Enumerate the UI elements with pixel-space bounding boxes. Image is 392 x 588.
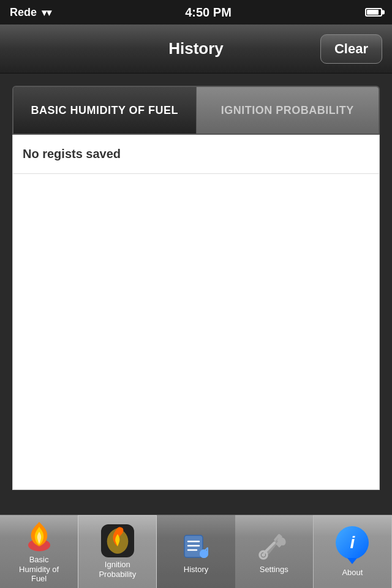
tabbar-item-basic-humidity[interactable]: Basic Humidity of Fuel [0,515,78,589]
ignition-icon [101,524,134,557]
clear-button[interactable]: Clear [320,34,382,64]
tabbar-item-history[interactable]: History [157,515,235,589]
nav-bar: History Clear [0,24,392,74]
status-time: 4:50 PM [185,6,232,20]
empty-area [13,174,379,486]
history-icon [179,529,213,562]
tabbar-label-ignition: Ignition Probability [99,560,136,579]
nav-title: History [168,39,224,58]
tab-bar: Basic Humidity of Fuel Ignition Probabil… [0,514,392,588]
battery-fill [367,10,379,15]
about-icon: i [336,526,369,559]
tabbar-label-about: About [342,568,363,578]
status-right [365,8,382,17]
tabbar-label-basic-humidity: Basic Humidity of Fuel [19,555,59,584]
svg-point-10 [262,553,265,557]
status-left: Rede ▾▾ [10,6,51,19]
tabbar-item-about[interactable]: i About [313,515,392,589]
tab-ignition-probability[interactable]: Ignition Probability [197,87,379,134]
tabbar-item-settings[interactable]: Settings [235,515,313,589]
wifi-icon: ▾▾ [42,7,51,18]
main-content: Basic Humidity of Fuel Ignition Probabil… [0,74,392,514]
tabbar-item-ignition[interactable]: Ignition Probability [78,515,157,589]
carrier-label: Rede [10,6,37,19]
no-records-text: No regists saved [13,135,379,174]
battery-icon [365,8,382,17]
content-area: No regists saved [12,135,380,490]
settings-icon [257,529,290,562]
tabbar-label-settings: Settings [260,565,288,575]
about-bubble-icon: i [336,526,369,559]
tab-basic-humidity[interactable]: Basic Humidity of Fuel [13,87,197,134]
status-bar: Rede ▾▾ 4:50 PM [0,0,392,24]
tabbar-label-history: History [184,565,208,575]
flame-icon [23,519,56,552]
tab-switcher: Basic Humidity of Fuel Ignition Probabil… [12,86,380,135]
